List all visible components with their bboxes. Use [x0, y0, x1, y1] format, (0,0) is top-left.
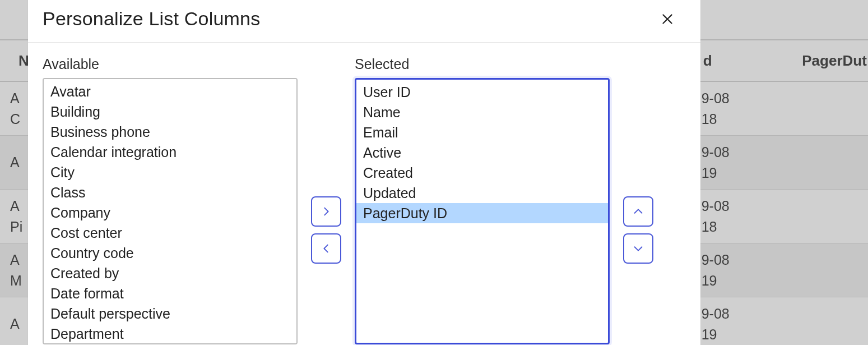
available-item[interactable]: Department: [44, 324, 296, 344]
available-item[interactable]: Date format: [44, 283, 296, 303]
close-icon: [660, 12, 675, 26]
available-item[interactable]: Calendar integration: [44, 142, 296, 162]
selected-label: Selected: [355, 56, 610, 72]
available-item[interactable]: Class: [44, 182, 296, 203]
move-buttons: [311, 196, 341, 264]
chevron-down-icon: [632, 242, 644, 255]
reorder-buttons: [623, 196, 653, 264]
modal-header: Personalize List Columns: [28, 0, 700, 43]
remove-button[interactable]: [311, 233, 341, 264]
available-item[interactable]: Business phone: [44, 122, 296, 142]
add-button[interactable]: [311, 196, 341, 227]
selected-item[interactable]: User ID: [356, 82, 608, 102]
available-item[interactable]: Country code: [44, 243, 296, 263]
available-item[interactable]: Company: [44, 203, 296, 223]
available-listbox[interactable]: AvatarBuildingBusiness phoneCalendar int…: [43, 78, 298, 344]
available-item[interactable]: Default perspective: [44, 303, 296, 324]
personalize-columns-modal: Personalize List Columns Available Avata…: [28, 0, 700, 345]
chevron-right-icon: [320, 205, 332, 218]
available-item[interactable]: Cost center: [44, 223, 296, 243]
move-up-button[interactable]: [623, 196, 653, 227]
available-column: Available AvatarBuildingBusiness phoneCa…: [43, 56, 298, 344]
chevron-left-icon: [320, 242, 332, 255]
selected-item[interactable]: Name: [356, 102, 608, 122]
modal-title: Personalize List Columns: [43, 8, 260, 30]
close-button[interactable]: [657, 8, 678, 30]
available-item[interactable]: City: [44, 162, 296, 182]
selected-item[interactable]: Active: [356, 142, 608, 163]
selected-column: Selected User IDNameEmailActiveCreatedUp…: [355, 56, 610, 344]
available-item[interactable]: Building: [44, 102, 296, 122]
selected-item[interactable]: PagerDuty ID: [356, 203, 608, 223]
selected-listbox[interactable]: User IDNameEmailActiveCreatedUpdatedPage…: [355, 78, 610, 344]
selected-item[interactable]: Email: [356, 122, 608, 142]
available-item[interactable]: [44, 344, 296, 344]
selected-item[interactable]: Updated: [356, 183, 608, 203]
chevron-up-icon: [632, 205, 644, 218]
available-label: Available: [43, 56, 298, 72]
modal-body: Available AvatarBuildingBusiness phoneCa…: [28, 43, 700, 345]
move-down-button[interactable]: [623, 233, 653, 264]
selected-item[interactable]: Created: [356, 163, 608, 183]
available-item[interactable]: Avatar: [44, 81, 296, 102]
available-item[interactable]: Created by: [44, 263, 296, 283]
